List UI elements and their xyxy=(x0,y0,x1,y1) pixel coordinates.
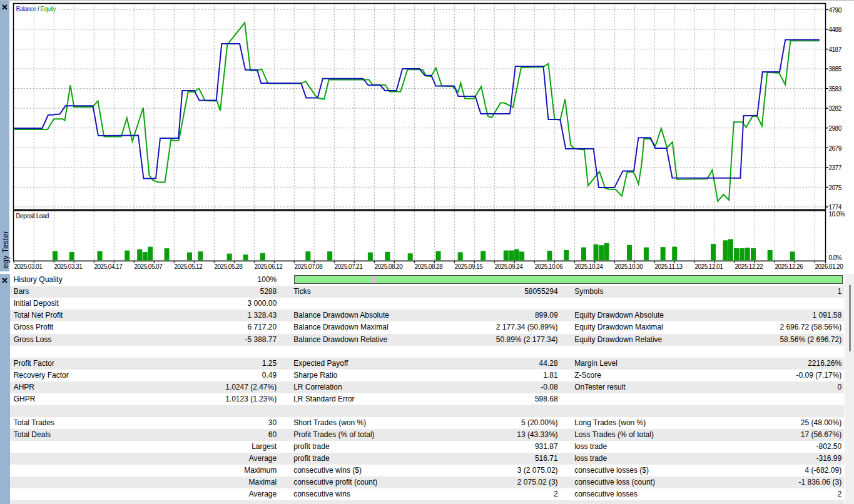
svg-text:2025.08.28: 2025.08.28 xyxy=(415,263,444,270)
svg-text:4488: 4488 xyxy=(829,26,842,33)
svg-text:1774: 1774 xyxy=(829,204,842,211)
svg-text:2025.10.30: 2025.10.30 xyxy=(615,263,644,270)
svg-text:2025.07.21: 2025.07.21 xyxy=(335,263,363,270)
svg-text:2025.05.12: 2025.05.12 xyxy=(175,263,203,270)
svg-text:2025.04.17: 2025.04.17 xyxy=(94,263,123,270)
svg-text:2377: 2377 xyxy=(829,164,842,171)
svg-text:2679: 2679 xyxy=(829,145,842,152)
svg-text:2025.03.01: 2025.03.01 xyxy=(14,263,43,270)
svg-text:2025.12.22: 2025.12.22 xyxy=(735,263,764,270)
svg-text:2025.05.28: 2025.05.28 xyxy=(215,263,243,270)
svg-text:2025.09.15: 2025.09.15 xyxy=(455,263,484,270)
svg-text:2025.03.31: 2025.03.31 xyxy=(54,263,83,270)
svg-text:2025.06.12: 2025.06.12 xyxy=(255,263,283,270)
svg-text:3282: 3282 xyxy=(829,105,842,112)
svg-text:2025.09.24: 2025.09.24 xyxy=(495,263,524,270)
svg-text:2026.01.20: 2026.01.20 xyxy=(815,263,844,270)
svg-text:3885: 3885 xyxy=(829,66,842,73)
svg-text:2025.12.26: 2025.12.26 xyxy=(775,263,804,270)
svg-text:2025.05.07: 2025.05.07 xyxy=(135,263,163,270)
svg-text:0.0%: 0.0% xyxy=(829,255,842,261)
svg-text:2075: 2075 xyxy=(829,184,842,191)
svg-text:2025.07.08: 2025.07.08 xyxy=(295,263,323,270)
svg-text:4790: 4790 xyxy=(829,7,842,14)
svg-text:2025.10.24: 2025.10.24 xyxy=(575,263,604,270)
svg-text:3583: 3583 xyxy=(829,86,842,93)
svg-text:2025.10.06: 2025.10.06 xyxy=(535,263,564,270)
svg-text:4187: 4187 xyxy=(829,46,842,53)
svg-text:2025.12.01: 2025.12.01 xyxy=(695,263,724,270)
svg-text:Balance / Equity: Balance / Equity xyxy=(16,6,56,13)
svg-text:Deposit Load: Deposit Load xyxy=(16,213,49,219)
svg-text:2980: 2980 xyxy=(829,125,842,132)
svg-text:2025.08.20: 2025.08.20 xyxy=(375,263,404,270)
svg-text:2025.11.13: 2025.11.13 xyxy=(655,263,683,270)
svg-text:10.0%: 10.0% xyxy=(829,211,845,218)
